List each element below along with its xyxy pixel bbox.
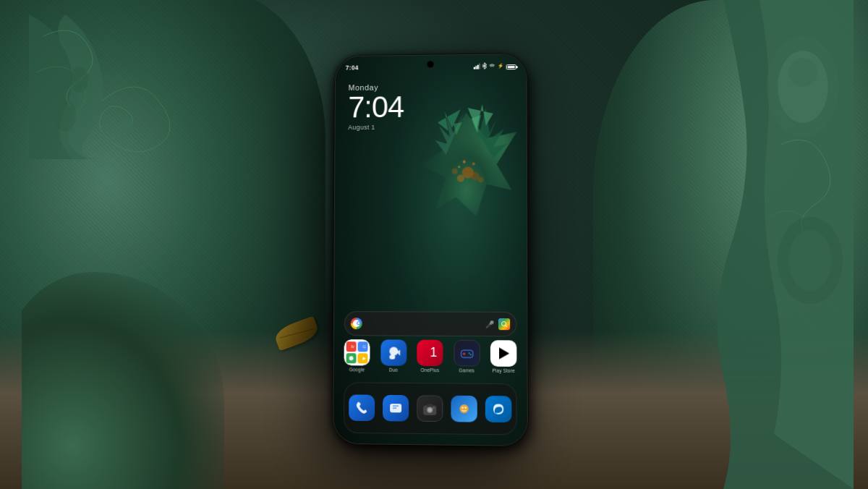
messages-app-icon bbox=[383, 395, 409, 422]
svg-point-17 bbox=[451, 168, 457, 174]
svg-point-51 bbox=[461, 407, 463, 408]
svg-text:M: M bbox=[352, 345, 354, 349]
scroll-ornament-left bbox=[29, 14, 246, 159]
svg-rect-48 bbox=[427, 404, 433, 407]
svg-point-7 bbox=[788, 230, 832, 291]
svg-marker-43 bbox=[499, 347, 509, 359]
playstore-label: Play Store bbox=[492, 368, 514, 373]
svg-point-52 bbox=[465, 407, 467, 408]
phone: 7:04 bbox=[333, 54, 528, 446]
battery-icon bbox=[506, 59, 516, 72]
app-icon-duo[interactable]: Duo bbox=[380, 339, 407, 372]
svg-rect-25 bbox=[479, 63, 480, 69]
app-icon-google[interactable]: M G+ ▶ Google bbox=[344, 339, 370, 372]
svg-point-42 bbox=[469, 354, 471, 355]
microphone-icon[interactable]: 🎤 bbox=[485, 319, 495, 329]
svg-point-0 bbox=[71, 67, 88, 93]
main-scene: 7:04 bbox=[0, 0, 868, 489]
svg-text:G+: G+ bbox=[363, 345, 366, 349]
svg-rect-23 bbox=[475, 66, 477, 69]
statue-left bbox=[22, 0, 275, 489]
svg-point-2 bbox=[121, 119, 132, 130]
dock-messages[interactable] bbox=[383, 395, 409, 422]
duo-label: Duo bbox=[389, 367, 398, 373]
status-icons: ⚡ bbox=[474, 59, 516, 72]
svg-point-1 bbox=[54, 100, 76, 132]
svg-point-34 bbox=[389, 347, 398, 356]
bluetooth-icon bbox=[482, 63, 487, 70]
svg-rect-24 bbox=[477, 64, 479, 69]
playstore-icon bbox=[490, 340, 516, 367]
duo-icon bbox=[380, 339, 407, 365]
oneplus-label: OnePlus bbox=[420, 367, 439, 373]
signal-icon bbox=[474, 63, 480, 69]
app-icon-playstore[interactable]: Play Store bbox=[490, 340, 516, 373]
weather-app-icon bbox=[451, 396, 477, 422]
svg-point-21 bbox=[458, 166, 460, 168]
app-icon-games[interactable]: Games bbox=[454, 340, 480, 373]
dock-edge[interactable] bbox=[485, 396, 512, 422]
datetime-widget: Monday 7:04 August 1 bbox=[348, 82, 404, 131]
app-row: M G+ ▶ Google bbox=[344, 339, 517, 373]
date-label: August 1 bbox=[348, 124, 404, 131]
svg-point-20 bbox=[472, 162, 475, 165]
svg-text:G: G bbox=[357, 320, 360, 327]
google-lens-icon[interactable] bbox=[498, 318, 510, 330]
svg-line-29 bbox=[506, 326, 508, 328]
svg-point-32 bbox=[349, 356, 354, 360]
games-label: Games bbox=[459, 367, 475, 373]
status-time: 7:04 bbox=[346, 64, 359, 72]
svg-point-50 bbox=[460, 404, 469, 413]
front-camera bbox=[427, 61, 434, 67]
dock-camera[interactable] bbox=[417, 395, 443, 422]
svg-point-15 bbox=[456, 174, 464, 182]
wifi-icon bbox=[489, 63, 495, 69]
dock-phone[interactable] bbox=[349, 394, 375, 421]
svg-marker-10 bbox=[467, 104, 493, 129]
crystal-shards bbox=[425, 93, 511, 209]
app-icon-oneplus[interactable]: 1+ OnePlus bbox=[417, 340, 443, 373]
edge-app-icon bbox=[485, 396, 512, 422]
phone-app-icon bbox=[349, 394, 375, 421]
dock bbox=[344, 382, 516, 435]
stone-base-left bbox=[22, 272, 224, 489]
google-label: Google bbox=[349, 367, 365, 372]
google-folder-icon: M G+ ▶ bbox=[344, 339, 370, 365]
search-bar[interactable]: G 🎤 bbox=[344, 311, 517, 336]
phone-body: 7:04 bbox=[333, 54, 528, 446]
svg-point-18 bbox=[477, 177, 483, 182]
google-g-logo: G bbox=[351, 318, 362, 329]
phone-screen: 7:04 bbox=[333, 54, 527, 446]
svg-point-19 bbox=[462, 160, 465, 163]
svg-rect-22 bbox=[474, 67, 475, 69]
svg-point-49 bbox=[433, 407, 434, 409]
svg-point-47 bbox=[428, 408, 432, 412]
camera-app-icon bbox=[417, 395, 443, 422]
oneplus-icon: 1+ bbox=[417, 340, 443, 367]
svg-point-5 bbox=[788, 58, 817, 87]
statue-right bbox=[579, 0, 854, 489]
battery-saver-icon: ⚡ bbox=[498, 63, 504, 69]
svg-text:▶: ▶ bbox=[362, 357, 365, 361]
time-display: 7:04 bbox=[348, 92, 404, 122]
dock-weather[interactable] bbox=[451, 396, 477, 422]
svg-point-41 bbox=[468, 352, 469, 354]
games-icon bbox=[454, 340, 480, 367]
search-right-icons: 🎤 bbox=[485, 318, 510, 330]
svg-rect-35 bbox=[389, 355, 395, 360]
svg-text:1+: 1+ bbox=[430, 345, 438, 360]
